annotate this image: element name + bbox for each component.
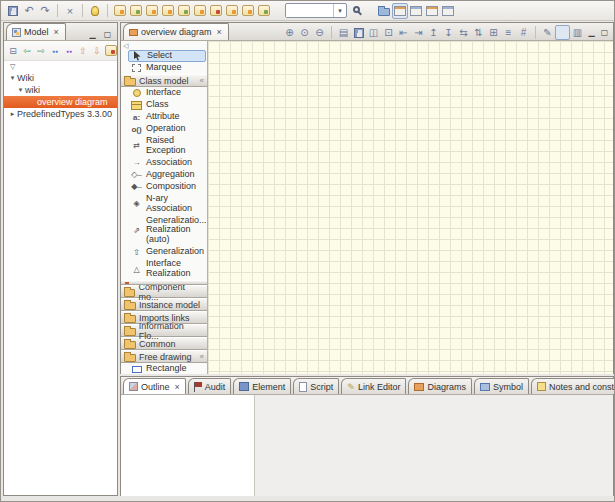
audit-button[interactable] bbox=[87, 3, 103, 19]
align-bottom-button[interactable]: ↧ bbox=[441, 25, 456, 40]
view-menu-icon[interactable]: ▽ bbox=[10, 63, 15, 71]
tab-audit[interactable]: Audit bbox=[188, 378, 232, 394]
close-icon[interactable]: × bbox=[217, 27, 222, 37]
palette-tool-association[interactable]: → Association bbox=[128, 157, 204, 169]
tab-notes-and-constraints[interactable]: Notes and constraints bbox=[531, 378, 615, 394]
new-element-button-8[interactable] bbox=[224, 3, 240, 19]
tree-item-wiki-project[interactable]: ▾ Wiki bbox=[4, 72, 117, 84]
related-elements-button[interactable]: ●● bbox=[48, 43, 62, 59]
diagram-canvas[interactable] bbox=[208, 41, 613, 374]
zoom-out-button[interactable]: ⊖ bbox=[312, 25, 327, 40]
minimize-button[interactable]: ▁ bbox=[86, 28, 99, 40]
expander-icon[interactable]: ▸ bbox=[8, 110, 17, 118]
export-button[interactable] bbox=[424, 3, 440, 19]
palette-tool-class[interactable]: Class bbox=[128, 99, 204, 111]
tab-link-editor[interactable]: ✎ Link Editor bbox=[341, 378, 406, 394]
undo-button[interactable]: ↶ bbox=[21, 3, 37, 19]
clipped-toolbar-icon[interactable] bbox=[104, 43, 117, 59]
minimize-button[interactable]: ▁ bbox=[585, 27, 598, 39]
back-button[interactable]: ⇦ bbox=[20, 43, 34, 59]
page-setup-button[interactable]: ▥ bbox=[570, 25, 585, 40]
auto-layout-button[interactable]: ≡ bbox=[501, 25, 516, 40]
align-top-button[interactable]: ↥ bbox=[426, 25, 441, 40]
palette-tool-select[interactable]: Select bbox=[128, 50, 206, 62]
copy-image-button[interactable]: ◫ bbox=[366, 25, 381, 40]
save-button[interactable] bbox=[5, 3, 21, 19]
palette-tool-generalization[interactable]: ⇧ Generalization bbox=[128, 246, 204, 258]
new-element-button-1[interactable] bbox=[112, 3, 128, 19]
console-button[interactable] bbox=[408, 3, 424, 19]
search-button[interactable] bbox=[350, 3, 366, 19]
partially-visible-section-header[interactable] bbox=[121, 280, 207, 285]
forward-button[interactable]: ⇨ bbox=[34, 43, 48, 59]
palette-tool-rectangle[interactable]: Rectangle bbox=[128, 363, 204, 374]
pin-icon[interactable]: « bbox=[200, 76, 204, 85]
move-up-button[interactable]: ⇧ bbox=[76, 43, 90, 59]
new-element-button-10[interactable] bbox=[256, 3, 272, 19]
tab-element[interactable]: Element bbox=[233, 378, 291, 394]
search-combo[interactable]: ▾ bbox=[285, 3, 347, 18]
new-element-button-5[interactable] bbox=[176, 3, 192, 19]
redo-button[interactable]: ↷ bbox=[37, 3, 53, 19]
print-button[interactable]: ▤ bbox=[336, 25, 351, 40]
tree-item-predefined-types[interactable]: ▸ PredefinedTypes 3.3.00 bbox=[4, 108, 117, 120]
palette-section-instance-model[interactable]: Instance model bbox=[121, 298, 207, 311]
palette-tool-attribute[interactable]: a: Attribute bbox=[128, 111, 204, 123]
new-element-button-7[interactable] bbox=[208, 3, 224, 19]
palette-tool-operation[interactable]: o() Operation bbox=[128, 123, 204, 135]
palette-tool-aggregation[interactable]: ◇– Aggregation bbox=[128, 169, 204, 181]
distribute-horizontal-button[interactable]: ⇆ bbox=[456, 25, 471, 40]
tab-overview-diagram[interactable]: overview diagram × bbox=[123, 23, 229, 40]
palette-tool-interface-realization[interactable]: △ Interface Realization bbox=[128, 258, 204, 280]
save-image-button[interactable] bbox=[351, 25, 366, 40]
link-with-editor-toggle[interactable] bbox=[392, 3, 408, 19]
distribute-vertical-button[interactable]: ⇅ bbox=[471, 25, 486, 40]
palette-tool-raised-exception[interactable]: ⇄ Raised Exception bbox=[128, 135, 204, 157]
palette-collapse-button[interactable]: ◁ bbox=[123, 42, 128, 50]
new-element-button-2[interactable] bbox=[128, 3, 144, 19]
new-element-button-6[interactable] bbox=[192, 3, 208, 19]
new-element-button-4[interactable] bbox=[160, 3, 176, 19]
new-element-button-9[interactable] bbox=[240, 3, 256, 19]
move-down-button[interactable]: ⇩ bbox=[90, 43, 104, 59]
tab-diagrams[interactable]: Diagrams bbox=[408, 378, 472, 394]
open-folder-button[interactable] bbox=[376, 3, 392, 19]
grid-window-button[interactable] bbox=[440, 3, 456, 19]
tree-item-wiki-package[interactable]: ▾ wiki bbox=[4, 84, 117, 96]
close-icon[interactable]: × bbox=[175, 382, 180, 392]
show-grid-toggle[interactable] bbox=[555, 25, 570, 40]
snap-grid-button[interactable]: # bbox=[516, 25, 531, 40]
palette-tool-composition[interactable]: ◆– Composition bbox=[128, 181, 204, 193]
search-input[interactable] bbox=[286, 5, 333, 17]
outline-content-pane[interactable] bbox=[121, 395, 255, 496]
edit-mode-button[interactable]: ✎ bbox=[540, 25, 555, 40]
zoom-in-button[interactable]: ⊕ bbox=[282, 25, 297, 40]
palette-tool-nary-association[interactable]: ◈ N-ary Association bbox=[128, 193, 204, 215]
tab-model[interactable]: Model × bbox=[6, 23, 66, 40]
palette-section-class-model[interactable]: Class model « bbox=[121, 74, 207, 87]
maximize-button[interactable]: ▢ bbox=[598, 27, 611, 39]
expander-icon[interactable]: ▾ bbox=[16, 86, 25, 94]
zoom-reset-button[interactable]: ⊙ bbox=[297, 25, 312, 40]
cut-button[interactable]: × bbox=[62, 3, 78, 19]
tab-script[interactable]: Script bbox=[293, 378, 339, 394]
align-left-button[interactable]: ⇤ bbox=[396, 25, 411, 40]
maximize-button[interactable]: ▢ bbox=[101, 28, 114, 40]
linked-elements-button[interactable]: ●● bbox=[62, 43, 76, 59]
tab-outline[interactable]: Outline × bbox=[123, 378, 186, 394]
same-size-button[interactable]: ⊞ bbox=[486, 25, 501, 40]
align-right-button[interactable]: ⇥ bbox=[411, 25, 426, 40]
fit-page-button[interactable]: ⊡ bbox=[381, 25, 396, 40]
expander-icon[interactable]: ▾ bbox=[8, 74, 17, 82]
close-icon[interactable]: × bbox=[54, 27, 59, 37]
palette-tool-interface[interactable]: Interface bbox=[128, 87, 204, 99]
tree-item-overview-diagram[interactable]: overview diagram bbox=[4, 96, 117, 108]
chevron-down-icon[interactable]: ▾ bbox=[333, 4, 346, 17]
new-element-button-3[interactable] bbox=[144, 3, 160, 19]
palette-tool-marquee[interactable]: Marquee bbox=[128, 62, 204, 74]
tab-symbol[interactable]: Symbol bbox=[474, 378, 529, 394]
palette-section-free-drawing[interactable]: Free drawing « bbox=[121, 350, 207, 363]
collapse-all-button[interactable]: ⊟ bbox=[6, 43, 20, 59]
pin-icon[interactable]: « bbox=[200, 352, 204, 361]
palette-tool-generalization-realization-auto[interactable]: ⇗ Generalizatio... Realization (auto) bbox=[128, 215, 204, 247]
